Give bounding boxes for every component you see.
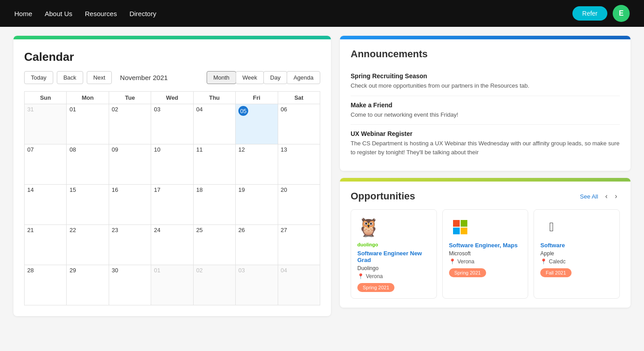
- day-number: 20: [281, 186, 287, 193]
- calendar-cell[interactable]: 16: [109, 185, 151, 225]
- view-day[interactable]: Day: [263, 71, 287, 84]
- calendar-cell[interactable]: 09: [109, 144, 151, 185]
- back-button[interactable]: Back: [57, 71, 83, 84]
- view-month[interactable]: Month: [207, 71, 236, 84]
- location: 📍 Verona: [449, 258, 522, 265]
- calendar-cell[interactable]: 10: [151, 144, 193, 185]
- cal-header-sat: Sat: [278, 92, 320, 104]
- calendar-cell[interactable]: 29: [67, 265, 109, 305]
- opportunities-panel: Opportunities See All ‹ › 🦉 duolingo Sof…: [340, 178, 631, 308]
- location: 📍 Verona: [357, 273, 430, 279]
- opportunity-card[interactable]: Software Engineer, Maps Microsoft 📍 Vero…: [442, 209, 529, 299]
- announcement-item[interactable]: Spring Recruiting Season Check out more …: [351, 67, 620, 96]
- day-number: 28: [27, 267, 34, 274]
- calendar-cell[interactable]: 17: [151, 185, 193, 225]
- day-number: 14: [27, 186, 34, 193]
- calendar-cell[interactable]: 19: [236, 185, 278, 225]
- next-button[interactable]: Next: [87, 71, 112, 84]
- calendar-cell[interactable]: 21: [25, 225, 67, 265]
- view-buttons: Month Week Day Agenda: [207, 71, 320, 84]
- day-number: 30: [112, 267, 118, 274]
- duolingo-logo: 🦉: [357, 216, 380, 238]
- calendar-cell[interactable]: 03: [151, 104, 193, 144]
- announcement-body: The CS Department is hosting a UX Webina…: [351, 139, 620, 156]
- opportunities-header: Opportunities See All ‹ ›: [351, 190, 620, 202]
- day-number: 15: [69, 186, 76, 193]
- calendar-cell[interactable]: 05: [236, 104, 278, 144]
- announcement-item[interactable]: UX Webinar Register The CS Department is…: [351, 125, 620, 162]
- opportunity-card[interactable]:  Software Apple 📍 Caledc Fall 2021: [534, 209, 620, 299]
- refer-button[interactable]: Refer: [572, 6, 607, 21]
- today-button[interactable]: Today: [24, 71, 53, 84]
- calendar-cell[interactable]: 30: [109, 265, 151, 305]
- calendar-cell[interactable]: 04: [278, 265, 320, 305]
- nav-about[interactable]: About Us: [45, 10, 72, 17]
- see-all-link[interactable]: See All: [580, 193, 598, 200]
- opp-prev-button[interactable]: ‹: [602, 191, 610, 201]
- day-number: 04: [196, 106, 203, 113]
- opportunities-nav: ‹ ›: [602, 191, 620, 201]
- calendar-cell[interactable]: 12: [236, 144, 278, 185]
- announcements-list: Spring Recruiting Season Check out more …: [351, 67, 620, 162]
- nav-home[interactable]: Home: [14, 10, 32, 17]
- calendar-cell[interactable]: 07: [25, 144, 67, 185]
- calendar-cell[interactable]: 01: [67, 104, 109, 144]
- calendar-cell[interactable]: 22: [67, 225, 109, 265]
- duolingo-text: duolingo: [357, 242, 430, 247]
- opportunities-cards: 🦉 duolingo Software Engineer New Grad Du…: [351, 209, 620, 299]
- calendar-cell[interactable]: 31: [25, 104, 67, 144]
- calendar-cell[interactable]: 15: [67, 185, 109, 225]
- day-number: 23: [112, 227, 118, 233]
- day-number: 02: [112, 106, 118, 113]
- avatar[interactable]: E: [613, 5, 630, 22]
- calendar-cell[interactable]: 08: [67, 144, 109, 185]
- day-number: 01: [154, 267, 160, 274]
- opportunities-title: Opportunities: [351, 190, 415, 202]
- calendar-cell[interactable]: 02: [193, 265, 235, 305]
- calendar-cell[interactable]: 20: [278, 185, 320, 225]
- calendar-cell[interactable]: 13: [278, 144, 320, 185]
- calendar-cell[interactable]: 01: [151, 265, 193, 305]
- opp-next-button[interactable]: ›: [612, 191, 620, 201]
- day-number: 02: [196, 267, 203, 274]
- view-week[interactable]: Week: [236, 71, 264, 84]
- day-number: 22: [69, 227, 76, 233]
- calendar-cell[interactable]: 26: [236, 225, 278, 265]
- calendar-cell[interactable]: 28: [25, 265, 67, 305]
- nav-resources[interactable]: Resources: [85, 10, 117, 17]
- main-content: Calendar Today Back Next November 2021 M…: [0, 27, 644, 325]
- calendar-cell[interactable]: 14: [25, 185, 67, 225]
- calendar-panel: Calendar Today Back Next November 2021 M…: [13, 36, 331, 316]
- location: 📍 Caledc: [540, 258, 613, 265]
- announcement-title: UX Webinar Register: [351, 130, 620, 137]
- day-number: 18: [196, 186, 203, 193]
- opportunity-badge: Spring 2021: [357, 283, 394, 292]
- calendar-cell[interactable]: 04: [193, 104, 235, 144]
- job-title: Software Engineer New Grad: [357, 250, 430, 263]
- calendar-cell[interactable]: 11: [193, 144, 235, 185]
- nav-directory[interactable]: Directory: [129, 10, 156, 17]
- calendar-grid: SunMonTueWedThuFriSat 310102030405060708…: [24, 91, 320, 305]
- day-number: 07: [27, 146, 34, 153]
- navigation: Home About Us Resources Directory Refer …: [0, 0, 644, 27]
- location-pin-icon: 📍: [540, 258, 547, 265]
- nav-links: Home About Us Resources Directory: [14, 10, 572, 17]
- calendar-cell[interactable]: 18: [193, 185, 235, 225]
- opportunity-card[interactable]: 🦉 duolingo Software Engineer New Grad Du…: [351, 209, 437, 299]
- announcement-body: Come to our networking event this Friday…: [351, 110, 620, 119]
- calendar-cell[interactable]: 25: [193, 225, 235, 265]
- calendar-cell[interactable]: 03: [236, 265, 278, 305]
- calendar-cell[interactable]: 27: [278, 225, 320, 265]
- day-number: 11: [196, 146, 203, 153]
- calendar-cell[interactable]: 24: [151, 225, 193, 265]
- company-name: Microsoft: [449, 250, 522, 257]
- opportunity-badge: Spring 2021: [449, 268, 486, 277]
- right-panel: Announcements Spring Recruiting Season C…: [340, 36, 631, 316]
- announcement-item[interactable]: Make a Friend Come to our networking eve…: [351, 96, 620, 125]
- calendar-cell[interactable]: 23: [109, 225, 151, 265]
- calendar-cell[interactable]: 02: [109, 104, 151, 144]
- view-agenda[interactable]: Agenda: [287, 71, 320, 84]
- calendar-cell[interactable]: 06: [278, 104, 320, 144]
- cal-header-fri: Fri: [236, 92, 278, 104]
- nav-right: Refer E: [572, 5, 630, 22]
